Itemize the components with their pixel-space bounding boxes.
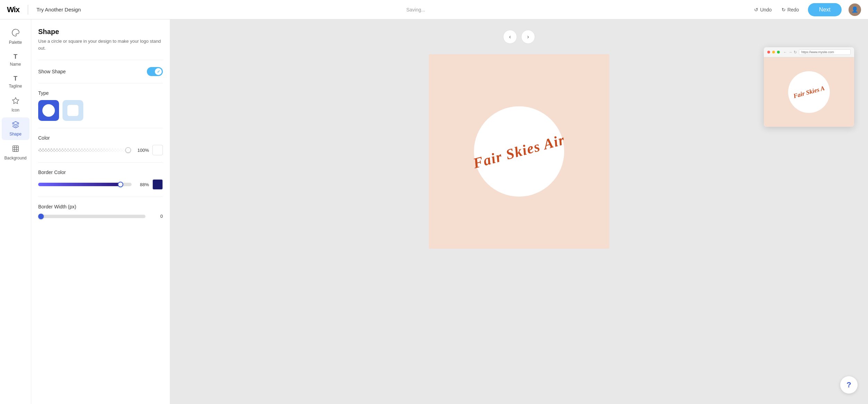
- browser-preview: ← → ↻ https://www.mysite.com Fair Skies …: [764, 47, 854, 127]
- show-shape-toggle[interactable]: ✓: [147, 67, 163, 76]
- browser-maximize-btn: [777, 51, 780, 53]
- header-title: Try Another Design: [36, 7, 81, 13]
- right-panel: Shape Use a circle or square in your des…: [31, 19, 170, 404]
- border-color-thumb[interactable]: [118, 182, 123, 187]
- color-label: Color: [38, 135, 163, 141]
- undo-button[interactable]: ↺ Undo: [751, 5, 775, 15]
- redo-label: Redo: [787, 7, 799, 13]
- browser-close-btn: [767, 51, 770, 53]
- svg-marker-0: [12, 98, 18, 104]
- canvas-area: ‹ › Fair Skies Air ← → ↻ https://www: [170, 19, 868, 404]
- divider-1: [38, 60, 163, 60]
- sidebar-item-background[interactable]: Background: [2, 141, 30, 164]
- type-label: Type: [38, 90, 163, 96]
- icon-label: Icon: [11, 108, 19, 113]
- palette-icon: [11, 28, 20, 39]
- circle-shape-icon: [42, 104, 55, 117]
- tagline-icon: T: [14, 75, 17, 82]
- opacity-thumb[interactable]: [125, 147, 131, 153]
- next-arrow-icon: ›: [527, 34, 529, 40]
- header-center: Saving...: [81, 7, 751, 13]
- icon-nav-icon: [12, 97, 19, 106]
- next-button[interactable]: Next: [808, 3, 842, 16]
- canvas-nav-arrows: ‹ ›: [503, 30, 535, 44]
- browser-back-icon: ←: [783, 50, 787, 54]
- palette-label: Palette: [9, 40, 22, 45]
- redo-icon: ↻: [782, 7, 786, 13]
- help-button[interactable]: ?: [840, 376, 858, 394]
- undo-label: Undo: [760, 7, 771, 13]
- shape-type-options: [38, 100, 163, 121]
- browser-forward-icon: →: [788, 50, 792, 54]
- shape-nav-icon: [12, 121, 19, 130]
- panel-description: Use a circle or square in your design to…: [38, 38, 163, 51]
- border-color-slider-container[interactable]: [38, 183, 132, 186]
- divider-2: [38, 83, 163, 83]
- color-swatch[interactable]: [152, 145, 163, 155]
- sidebar-item-name[interactable]: T Name: [2, 50, 30, 70]
- sidebar-item-tagline[interactable]: T Tagline: [2, 72, 30, 92]
- border-color-row: 88%: [38, 179, 163, 190]
- border-color-track: [38, 183, 132, 186]
- border-color-label: Border Color: [38, 170, 163, 175]
- browser-refresh-icon: ↻: [794, 50, 797, 55]
- border-width-value: 0: [149, 214, 163, 219]
- browser-bar: ← → ↻ https://www.mysite.com: [764, 47, 854, 57]
- undo-icon: ↺: [754, 7, 758, 13]
- border-width-label: Border Width (px): [38, 204, 163, 209]
- border-width-slider-container[interactable]: [38, 215, 145, 218]
- saving-indicator: Saving...: [406, 7, 425, 13]
- circle-shape-option[interactable]: [38, 100, 59, 121]
- border-color-fill: [38, 183, 120, 186]
- header-logo: Wix Try Another Design: [7, 5, 81, 15]
- divider-3: [38, 128, 163, 128]
- opacity-slider-container[interactable]: [38, 148, 132, 152]
- prev-arrow-icon: ‹: [509, 34, 511, 40]
- color-row: 100%: [38, 145, 163, 155]
- header-divider: [28, 5, 28, 15]
- sidebar-item-shape[interactable]: Shape: [2, 117, 30, 140]
- border-color-opacity-value: 88%: [135, 182, 149, 187]
- help-icon: ?: [846, 380, 851, 389]
- show-shape-label: Show Shape: [38, 69, 66, 74]
- browser-content: Fair Skies A: [764, 57, 854, 127]
- name-label: Name: [10, 62, 21, 67]
- color-opacity-value: 100%: [135, 148, 149, 153]
- background-nav-icon: [12, 145, 19, 154]
- show-shape-row: Show Shape ✓: [38, 67, 163, 76]
- border-color-swatch[interactable]: [152, 179, 163, 190]
- browser-minimize-btn: [772, 51, 775, 53]
- border-width-row: 0: [38, 214, 163, 219]
- header: Wix Try Another Design Saving... ↺ Undo …: [0, 0, 868, 19]
- toggle-knob: ✓: [155, 68, 162, 75]
- border-width-track: [38, 215, 145, 218]
- panel-title: Shape: [38, 28, 163, 36]
- prev-design-button[interactable]: ‹: [503, 30, 517, 44]
- redo-button[interactable]: ↻ Redo: [778, 5, 802, 15]
- shape-label: Shape: [9, 132, 22, 137]
- header-actions: ↺ Undo ↻ Redo Next 👤: [751, 3, 861, 16]
- logo-preview-card: Fair Skies Air: [429, 54, 609, 249]
- avatar[interactable]: 👤: [849, 3, 861, 16]
- sidebar-item-palette[interactable]: Palette: [2, 25, 30, 48]
- name-icon: T: [14, 53, 17, 60]
- divider-4: [38, 162, 163, 163]
- left-nav: Palette T Name T Tagline Icon Shape: [0, 19, 31, 404]
- wix-logo: Wix: [7, 5, 19, 14]
- background-label: Background: [4, 156, 26, 160]
- svg-rect-1: [12, 146, 18, 152]
- square-shape-icon: [67, 105, 78, 116]
- next-design-button[interactable]: ›: [521, 30, 535, 44]
- square-shape-option[interactable]: [62, 100, 83, 121]
- toggle-check-icon: ✓: [157, 69, 160, 74]
- main-layout: Palette T Name T Tagline Icon Shape: [0, 19, 868, 404]
- divider-5: [38, 197, 163, 197]
- sidebar-item-icon[interactable]: Icon: [2, 93, 30, 116]
- tagline-label: Tagline: [9, 84, 22, 89]
- browser-url-bar[interactable]: https://www.mysite.com: [799, 49, 851, 55]
- border-width-thumb[interactable]: [38, 214, 44, 219]
